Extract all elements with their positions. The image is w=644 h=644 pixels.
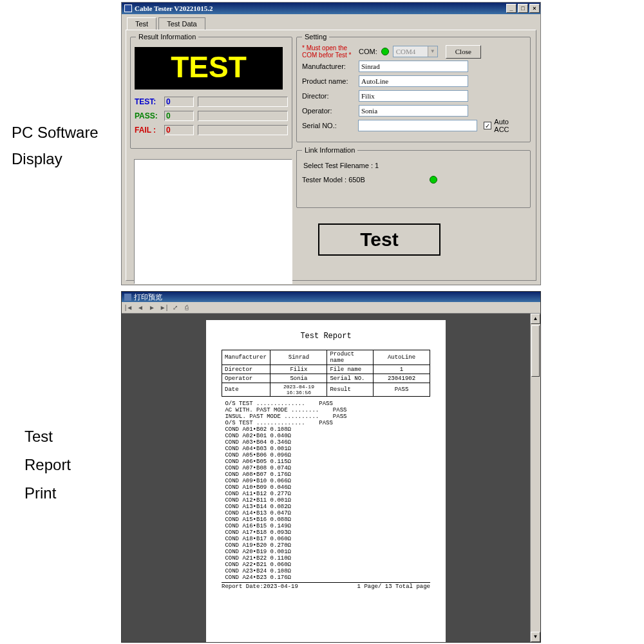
- serial-no-field[interactable]: [358, 120, 478, 131]
- tab-test[interactable]: Test: [127, 17, 156, 30]
- com-port-value: COM4: [396, 48, 416, 55]
- com-port-select[interactable]: COM4 ▼: [393, 46, 438, 57]
- preview-toolbar: |◄ ◄ ► ►| ⤢ ⎙: [122, 302, 540, 314]
- next-page-button[interactable]: ►: [147, 303, 156, 312]
- setting-group: Setting * Must open the COM befor Test *…: [296, 33, 531, 142]
- preview-scrollbar[interactable]: ▲ ▼: [530, 314, 540, 642]
- report-test-lines: O/S TEST .............. PASS AC WITH. PA…: [222, 401, 430, 581]
- test-count-label: TEST:: [135, 97, 164, 106]
- prev-page-button[interactable]: ◄: [136, 303, 145, 312]
- caption-pc-software: PC Software: [12, 124, 99, 142]
- scroll-down-button[interactable]: ▼: [531, 632, 540, 642]
- serial-no-label: Serial NO.:: [302, 122, 358, 129]
- tester-status-led: [430, 176, 437, 184]
- pass-count-bar: [198, 111, 288, 121]
- report-footer-page: 1 Page/ 13 Total page: [357, 583, 430, 590]
- product-name-field[interactable]: [359, 75, 468, 87]
- print-button[interactable]: ⎙: [182, 303, 191, 312]
- test-button[interactable]: Test: [318, 223, 440, 256]
- preview-app-icon: [124, 294, 131, 301]
- caption-test: Test: [24, 428, 53, 446]
- tester-model: Tester Model : 650B: [302, 176, 365, 184]
- tab-panel: Result Information TEST TEST: 0 PASS: 0 …: [126, 30, 536, 281]
- director-field[interactable]: [359, 90, 468, 102]
- status-display: TEST: [135, 47, 283, 90]
- maximize-button[interactable]: □: [518, 4, 528, 13]
- test-count-value: 0: [164, 97, 194, 107]
- zoom-button[interactable]: ⤢: [171, 303, 180, 312]
- log-textarea[interactable]: [134, 159, 292, 284]
- minimize-button[interactable]: _: [506, 4, 516, 13]
- result-information-group: Result Information TEST TEST: 0 PASS: 0 …: [130, 33, 292, 149]
- manufacturer-field[interactable]: [359, 61, 468, 72]
- report-footer-date: Report Date:2023-04-19: [222, 583, 298, 590]
- last-page-button[interactable]: ►|: [159, 303, 168, 312]
- caption-report: Report: [24, 456, 71, 474]
- app-icon: [124, 5, 132, 12]
- fail-count-label: FAIL :: [135, 126, 164, 135]
- select-test-filename: Select Test Filename : 1: [303, 162, 525, 169]
- com-warning: * Must open the COM befor Test *: [302, 44, 359, 59]
- result-legend: Result Information: [136, 33, 198, 41]
- operator-label: Operator:: [302, 107, 359, 115]
- product-name-label: Product name:: [302, 77, 359, 85]
- com-status-led: [381, 48, 389, 55]
- window-title: Cable Tester V20221015.2: [135, 5, 213, 12]
- pass-count-value: 0: [164, 111, 194, 121]
- auto-acc-checkbox[interactable]: ✓: [484, 122, 491, 130]
- first-page-button[interactable]: |◄: [124, 303, 133, 312]
- tab-test-data[interactable]: Test Data: [158, 17, 205, 30]
- manufacturer-label: Manufacturer:: [302, 62, 359, 70]
- fail-count-value: 0: [164, 125, 194, 135]
- setting-legend: Setting: [302, 33, 329, 41]
- link-information-group: Link Information Select Test Filename : …: [296, 146, 531, 208]
- report-title: Test Report: [222, 332, 430, 341]
- preview-viewport[interactable]: Test Report ManufacturerSinrad Product n…: [122, 314, 530, 642]
- preview-window-title: 打印预览: [134, 292, 162, 302]
- cable-tester-window: Cable Tester V20221015.2 _ □ × Test Test…: [121, 2, 541, 285]
- report-header-table: ManufacturerSinrad Product nameAutoLine …: [222, 350, 430, 397]
- print-preview-window: 打印预览 |◄ ◄ ► ►| ⤢ ⎙ Test Report Manufactu…: [121, 291, 541, 643]
- caption-display: Display: [12, 150, 62, 168]
- chevron-down-icon: ▼: [428, 46, 437, 57]
- close-window-button[interactable]: ×: [529, 4, 540, 13]
- director-label: Director:: [302, 92, 359, 100]
- report-page: Test Report ManufacturerSinrad Product n…: [206, 320, 446, 642]
- close-com-button[interactable]: Close: [446, 45, 481, 59]
- operator-field[interactable]: [359, 105, 468, 117]
- titlebar[interactable]: Cable Tester V20221015.2 _ □ ×: [122, 3, 540, 14]
- caption-print: Print: [24, 484, 56, 502]
- scroll-thumb[interactable]: [531, 325, 540, 377]
- fail-count-bar: [198, 125, 288, 135]
- com-label: COM:: [359, 48, 377, 55]
- scroll-up-button[interactable]: ▲: [531, 314, 540, 324]
- test-count-bar: [198, 97, 288, 107]
- auto-acc-label: Auto ACC: [494, 118, 525, 133]
- link-legend: Link Information: [302, 146, 357, 154]
- pass-count-label: PASS:: [135, 111, 164, 120]
- preview-titlebar[interactable]: 打印预览: [122, 292, 540, 302]
